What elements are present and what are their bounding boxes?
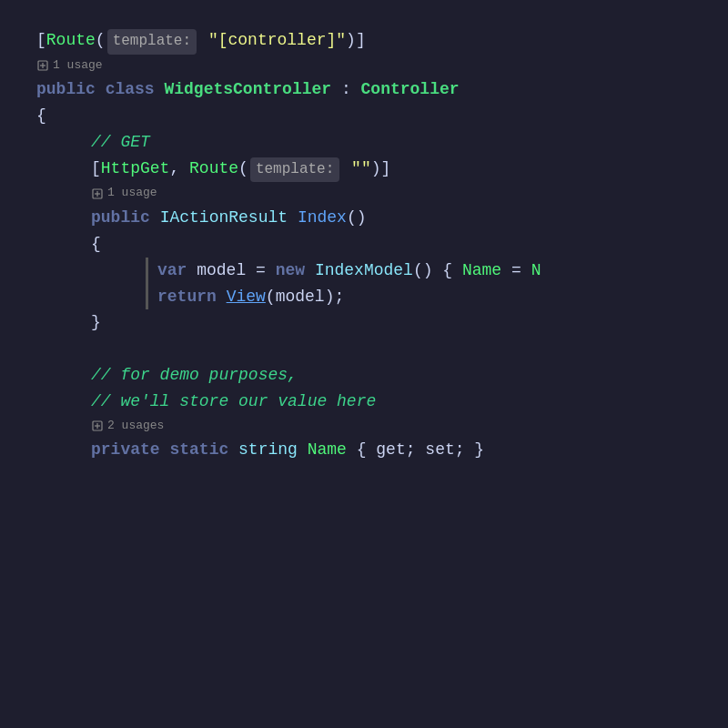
empty-string: "" [341,156,370,182]
view-call[interactable]: View [227,284,266,310]
code-line-return: return View (model); [36,284,692,310]
view-args: (model); [266,284,344,310]
usage-text-1: 1 usage [53,56,103,76]
usage-icon-3 [91,420,104,432]
route-attribute-2: Route [189,156,238,182]
usage-hint-1: 1 usage [36,56,692,76]
public-keyword-2: public [91,205,150,231]
model-var: model [197,258,246,284]
usage-hint-3: 2 usages [36,417,692,436]
code-line-private: private static string Name { get; set; } [36,437,692,463]
index-model-type: IndexModel [315,258,413,284]
method-close-brace: } [91,309,101,336]
open-brace: { [36,103,46,129]
usage-icon-1 [36,59,49,72]
equals-sign: = [256,258,266,284]
name-property: Name [462,258,501,284]
usage-icon-2 [91,187,104,200]
getter-setter: { get; set; } [357,437,484,463]
return-keyword: return [157,284,217,310]
method-name: Index [298,205,347,231]
parent-class: Controller [361,76,460,103]
name-field: Name [308,437,347,463]
string-type: string [238,437,298,463]
usage-text-3: 2 usages [107,417,164,436]
var-keyword: var [157,258,187,284]
code-line-method-open: { [36,231,692,258]
code-line-comment-get: // GET [36,129,692,156]
close-paren-bracket-2: )] [371,156,391,182]
code-line-method-close: } [36,309,692,336]
code-line-httpget: [HttpGet, Route(template: "")] [36,156,692,183]
code-line-method-sig: public IActionResult Index () [36,205,692,231]
code-bar-2 [146,284,148,310]
code-line-comment-demo2: // we'll store our value here [36,389,692,415]
template-param-label: template: [107,29,197,55]
index-model-parens: () [413,258,433,284]
code-line-empty [36,336,692,362]
return-type: IActionResult [160,205,288,231]
code-bar [146,258,148,284]
code-line-class: public class WidgetsController : Control… [36,76,692,103]
public-keyword: public [36,76,96,103]
usage-hint-2: 1 usage [36,184,692,203]
usage-text-2: 1 usage [107,184,157,203]
template-param-label-2: template: [250,157,339,183]
bracket-open-2: [ [91,156,101,182]
name-value: N [531,258,541,284]
class-keyword: class [106,76,155,103]
obj-brace-open: { [442,258,452,284]
static-keyword: static [169,437,228,463]
colon: : [341,76,351,103]
prop-assign: = [511,258,521,284]
route-attribute: Route [46,27,96,54]
comment-demo1: // for demo purposes, [91,362,298,389]
comment-demo2: // we'll store our value here [91,389,376,415]
httpget-attribute: HttpGet [101,156,170,182]
class-name: WidgetsController [164,76,331,103]
code-line-1: [Route(template: "[controller]")] [36,27,692,55]
comma: , [169,156,189,182]
method-open-brace: { [91,231,101,258]
bracket-open: [ [36,27,46,54]
private-keyword: private [91,437,160,463]
code-line-open-brace: { [36,103,692,129]
comment-get: // GET [91,129,150,156]
close-paren-bracket: )] [346,27,366,54]
controller-string: "[controller]" [198,27,346,54]
code-line-var: var model = new IndexModel () { Name = N [36,258,692,284]
new-keyword: new [276,258,305,284]
paren-open-2: ( [238,156,248,182]
code-line-comment-demo1: // for demo purposes, [36,362,692,389]
method-parens: () [347,205,367,231]
code-editor: [Route(template: "[controller]")] 1 usag… [0,0,728,728]
paren-open: ( [96,27,106,54]
